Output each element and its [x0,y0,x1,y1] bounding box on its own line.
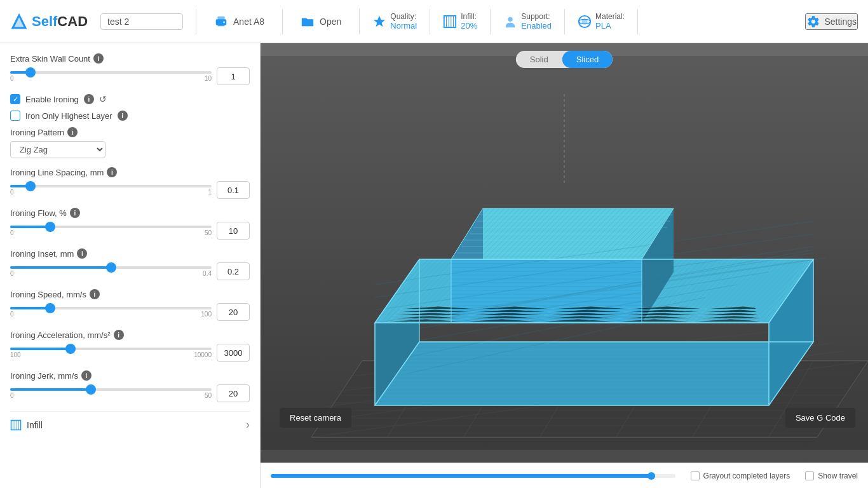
layer-progress-bar[interactable] [271,474,675,478]
left-panel: Extra Skin Wall Count i 0 10 1 [0,43,261,488]
view-tabs: Solid Sliced [516,51,613,68]
svg-rect-6 [444,15,456,27]
enable-ironing-checkbox[interactable] [10,94,20,104]
ironing-inset-slider-row: 0 0.4 0.2 [10,262,250,280]
enable-ironing-row: Enable Ironing i ↺ [10,94,250,104]
open-button[interactable]: Open [295,12,346,31]
svg-rect-4 [218,22,225,26]
ironing-jerk-value[interactable]: 20 [217,384,250,402]
ironing-speed-info-icon[interactable]: i [90,289,100,299]
material-texts: Material: PLA [595,12,625,30]
ironing-inset-group: Ironing Inset, mm i 0 0.4 0.2 [10,248,250,280]
ironing-speed-label: Ironing Speed, mm/s i [10,289,250,299]
grayout-label: Grayout completed layers [703,471,790,480]
enable-ironing-info-icon[interactable]: i [84,94,94,104]
main-area: Extra Skin Wall Count i 0 10 1 [0,43,868,488]
ironing-jerk-slider[interactable]: 0 50 [10,388,212,399]
ironing-line-spacing-slider[interactable]: 0 1 [10,185,212,196]
open-label: Open [320,17,341,27]
viewport: Solid Sliced [261,43,868,488]
ironing-flow-slider-row: 0 50 10 [10,222,250,240]
infill-section-chevron: › [246,418,250,431]
ironing-inset-info-icon[interactable]: i [77,248,87,259]
ironing-acceleration-info-icon[interactable]: i [114,330,124,340]
iron-only-highest-info-icon[interactable]: i [118,111,128,121]
project-name-input[interactable] [100,13,183,30]
ironing-acceleration-group: Ironing Acceleration, mm/s² i 100 10000 … [10,330,250,362]
extra-skin-wall-count-group: Extra Skin Wall Count i 0 10 1 [10,53,250,85]
ironing-acceleration-label: Ironing Acceleration, mm/s² i [10,330,250,340]
save-gcode-button[interactable]: Save G Code [785,408,855,428]
svg-point-11 [508,17,513,21]
extra-skin-info-icon[interactable]: i [93,53,104,64]
logo-text: SelfCAD [32,13,88,30]
svg-point-5 [223,21,225,23]
ironing-acceleration-value[interactable]: 3000 [217,344,250,362]
extra-skin-wall-count-label: Extra Skin Wall Count i [10,53,250,64]
ironing-speed-slider[interactable]: 0 100 [10,307,212,318]
extra-skin-wall-count-slider[interactable]: 0 10 [10,71,212,82]
separator-3 [359,9,360,34]
support-setting[interactable]: Support: Enabled [503,12,552,30]
ironing-flow-info-icon[interactable]: i [70,208,80,218]
svg-marker-50 [451,259,642,323]
infill-section-left: Infill [10,419,43,431]
ironing-pattern-dropdown[interactable]: Zig Zag Concentric [10,141,105,158]
logo: SelfCAD [10,13,88,30]
ironing-flow-slider[interactable]: 0 50 [10,226,212,236]
extra-skin-wall-count-slider-row: 0 10 1 [10,67,250,85]
ironing-flow-value[interactable]: 10 [217,222,250,240]
infill-section-label: Infill [27,420,43,430]
iron-only-highest-checkbox[interactable] [10,111,20,121]
material-setting[interactable]: Material: PLA [578,12,625,30]
ironing-inset-slider[interactable]: 0 0.4 [10,266,212,277]
enable-ironing-undo-icon[interactable]: ↺ [99,94,107,104]
ironing-line-spacing-info-icon[interactable]: i [107,167,117,177]
ironing-acceleration-slider[interactable]: 100 10000 [10,348,212,358]
iron-only-highest-label: Iron Only Highest Layer [25,111,112,121]
ironing-jerk-label: Ironing Jerk, mm/s i [10,370,250,381]
grayout-checkbox[interactable] [691,471,700,480]
tab-solid[interactable]: Solid [516,51,562,68]
show-travel-checkbox[interactable] [805,471,814,480]
ironing-line-spacing-slider-row: 0 1 0.1 [10,181,250,199]
ironing-line-spacing-group: Ironing Line Spacing, mm i 0 1 0.1 [10,167,250,199]
ironing-flow-group: Ironing Flow, % i 0 50 10 [10,208,250,240]
infill-section-header[interactable]: Infill › [10,411,250,438]
show-travel-control: Show travel [805,471,858,480]
settings-button[interactable]: Settings [805,13,858,30]
infill-setting[interactable]: Infill: 20% [443,12,477,30]
viewport-bottom: Grayout completed layers Show travel [261,463,868,488]
infill-section-icon [10,419,22,431]
ironing-speed-group: Ironing Speed, mm/s i 0 100 20 [10,289,250,321]
folder-icon [301,15,315,29]
infill-icon [443,15,457,29]
quality-setting[interactable]: Quality: Normal [372,12,417,30]
printer-button[interactable]: Anet A8 [209,12,269,31]
extra-skin-wall-count-value[interactable]: 1 [217,67,250,85]
iron-only-highest-row: Iron Only Highest Layer i [10,111,250,121]
tab-sliced[interactable]: Sliced [562,51,613,68]
infill-texts: Infill: 20% [461,12,477,30]
ironing-jerk-group: Ironing Jerk, mm/s i 0 50 20 [10,370,250,402]
ironing-speed-value[interactable]: 20 [217,303,250,321]
svg-rect-3 [218,16,225,20]
printer-label: Anet A8 [233,17,264,27]
material-icon [578,15,592,29]
show-travel-label: Show travel [818,471,858,480]
ironing-pattern-info-icon[interactable]: i [67,127,78,137]
enable-ironing-label: Enable Ironing [25,95,79,104]
separator-5 [490,9,491,34]
reset-camera-button[interactable]: Reset camera [280,408,351,428]
ironing-flow-label: Ironing Flow, % i [10,208,250,218]
ironing-jerk-slider-row: 0 50 20 [10,384,250,402]
ironing-pattern-label: Ironing Pattern i [10,127,250,137]
quality-texts: Quality: Normal [390,12,417,30]
ironing-line-spacing-value[interactable]: 0.1 [217,181,250,199]
svg-marker-39 [375,342,813,405]
svg-rect-15 [11,420,21,430]
ironing-inset-label: Ironing Inset, mm i [10,248,250,259]
ironing-inset-value[interactable]: 0.2 [217,262,250,280]
progress-bar-fill [271,474,655,478]
ironing-jerk-info-icon[interactable]: i [81,370,92,381]
